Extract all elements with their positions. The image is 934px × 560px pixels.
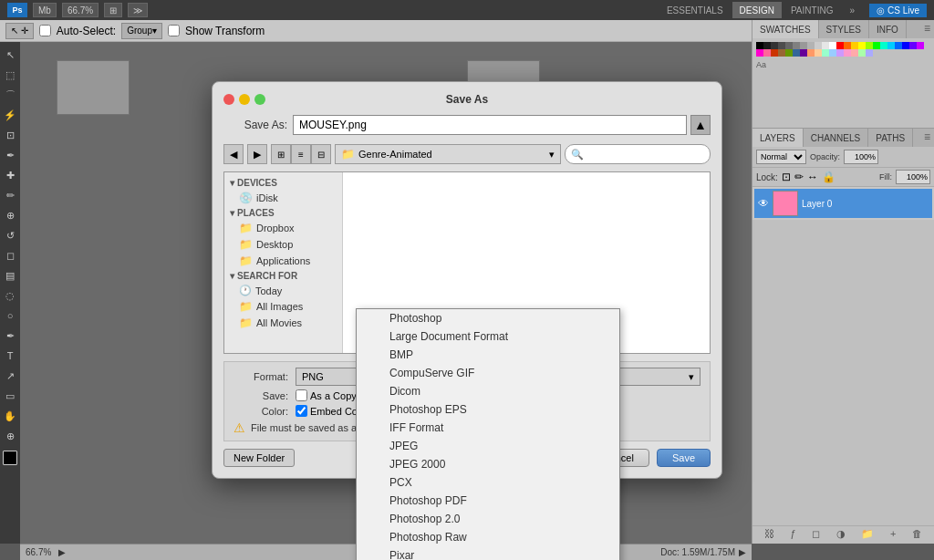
back-btn[interactable]: ◀ — [223, 144, 244, 164]
format-option-psraw[interactable]: Photoshop Raw — [357, 528, 619, 546]
save-button[interactable]: Save — [657, 449, 711, 467]
new-folder-button[interactable]: New Folder — [223, 449, 295, 467]
desktop-icon: 📁 — [239, 238, 253, 251]
clock-icon: 🕐 — [239, 285, 252, 296]
icc-profile-checkbox[interactable] — [296, 405, 307, 417]
dialog-titlebar: Save As — [223, 93, 711, 106]
search-collapse-icon[interactable]: ▾ — [230, 271, 234, 281]
format-option-pcx[interactable]: PCX — [357, 473, 619, 492]
format-option-photoshop[interactable]: Photoshop — [357, 309, 619, 327]
sidebar-item-applications[interactable]: 📁 Applications — [224, 253, 342, 269]
sidebar-item-all-movies[interactable]: 📁 All Movies — [224, 315, 342, 331]
sidebar-item-all-images[interactable]: 📁 All Images — [224, 298, 342, 315]
location-dropdown[interactable]: 📁 Genre-Animated ▾ — [335, 144, 561, 164]
expand-dialog-btn[interactable]: ▲ — [690, 115, 711, 135]
sidebar-item-dropbox[interactable]: 📁 Dropbox — [224, 220, 342, 236]
format-option-pdf[interactable]: Photoshop PDF — [357, 492, 619, 510]
idisk-icon: 💿 — [239, 192, 253, 204]
search-for-header: ▾ SEARCH FOR — [224, 269, 342, 283]
sidebar-item-today[interactable]: 🕐 Today — [224, 283, 342, 298]
location-dropdown-arrow: ▾ — [549, 149, 555, 161]
format-option-gif[interactable]: CompuServe GIF — [357, 364, 619, 382]
dropbox-icon: 📁 — [239, 222, 253, 234]
format-dropdown-arrow: ▾ — [689, 371, 694, 383]
format-option-bmp[interactable]: BMP — [357, 346, 619, 364]
column-view-btn[interactable]: ⊟ — [311, 144, 331, 164]
forward-btn[interactable]: ▶ — [247, 144, 267, 164]
format-option-jpeg2000[interactable]: JPEG 2000 — [357, 455, 619, 473]
format-label: Format: — [234, 371, 288, 382]
places-collapse-icon[interactable]: ▾ — [230, 208, 234, 218]
format-option-pixar[interactable]: Pixar — [357, 546, 619, 560]
minimize-window-btn[interactable] — [239, 94, 250, 105]
all-movies-icon: 📁 — [239, 316, 253, 329]
save-options-label: Save: — [234, 390, 288, 401]
format-option-iff[interactable]: IFF Format — [357, 419, 619, 437]
warning-icon: ⚠ — [234, 420, 245, 435]
devices-header: ▾ DEVICES — [224, 176, 342, 190]
as-copy-checkbox[interactable] — [296, 389, 307, 401]
nav-row: ◀ ▶ ⊞ ≡ ⊟ 📁 Genre-Animated ▾ 🔍 — [223, 144, 711, 164]
format-option-eps[interactable]: Photoshop EPS — [357, 400, 619, 419]
location-folder-icon: 📁 — [341, 148, 355, 161]
filename-input[interactable] — [293, 115, 687, 135]
format-option-large-doc[interactable]: Large Document Format — [357, 327, 619, 346]
list-view-btn[interactable]: ≡ — [291, 144, 311, 164]
search-box: 🔍 — [565, 144, 711, 164]
format-selected-value: PNG — [302, 371, 324, 382]
close-window-btn[interactable] — [223, 94, 234, 105]
save-as-label: Save As: — [223, 119, 287, 131]
format-dropdown-menu: Photoshop Large Document Format BMP Comp… — [356, 308, 620, 560]
devices-collapse-icon[interactable]: ▾ — [230, 178, 234, 188]
save-as-row: Save As: ▲ — [223, 115, 711, 135]
places-header: ▾ PLACES — [224, 206, 342, 220]
color-label: Color: — [234, 406, 288, 417]
applications-icon: 📁 — [239, 254, 253, 267]
format-option-dicom[interactable]: Dicom — [357, 382, 619, 400]
all-images-icon: 📁 — [239, 300, 253, 313]
search-icon: 🔍 — [571, 149, 584, 161]
traffic-lights — [223, 94, 265, 105]
maximize-window-btn[interactable] — [254, 94, 265, 105]
icon-view-btn[interactable]: ⊞ — [271, 144, 291, 164]
format-option-jpeg[interactable]: JPEG — [357, 437, 619, 455]
sidebar-item-desktop[interactable]: 📁 Desktop — [224, 236, 342, 253]
format-option-ps2[interactable]: Photoshop 2.0 — [357, 510, 619, 528]
as-copy-option: As a Copy — [296, 389, 357, 401]
view-buttons: ⊞ ≡ ⊟ — [271, 144, 331, 164]
sidebar-item-idisk[interactable]: 💿 iDisk — [224, 190, 342, 206]
location-label: Genre-Animated — [358, 149, 432, 160]
search-input[interactable] — [587, 149, 704, 160]
file-browser-sidebar: ▾ DEVICES 💿 iDisk ▾ PLACES 📁 Dropbox 📁 — [224, 172, 343, 353]
dialog-title: Save As — [446, 93, 488, 106]
